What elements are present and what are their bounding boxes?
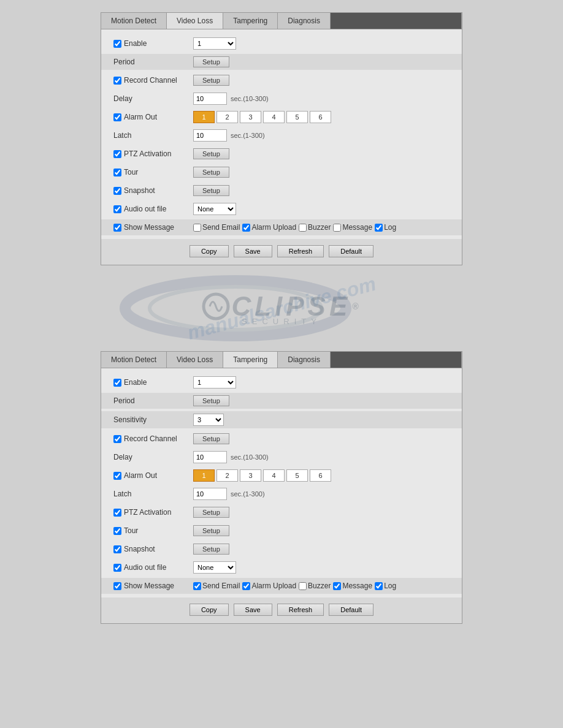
alarm-num-6-1[interactable]: 6 <box>310 111 331 123</box>
latch-input-1[interactable] <box>193 129 227 142</box>
enable-text-2: Enable <box>124 378 147 387</box>
tour-setup-btn-1[interactable]: Setup <box>193 167 229 178</box>
show-message-checkbox-1[interactable] <box>113 224 121 232</box>
ptz-setup-btn-1[interactable]: Setup <box>193 148 229 159</box>
snapshot-checkbox-1[interactable] <box>113 187 121 195</box>
record-channel-setup-btn-1[interactable]: Setup <box>193 75 229 86</box>
alarm-num-1-1[interactable]: 1 <box>193 111 215 123</box>
tab-bar-2: Motion Detect Video Loss Tampering Diagn… <box>101 352 462 368</box>
message-cb-2[interactable] <box>333 582 341 590</box>
alarm-out-control-2: 1 2 3 4 5 6 <box>193 469 450 482</box>
alarm-num-2-1[interactable]: 2 <box>216 111 238 123</box>
record-channel-setup-btn-2[interactable]: Setup <box>193 433 229 444</box>
enable-select-1[interactable]: 1 <box>193 37 236 50</box>
tab-motion-detect-1[interactable]: Motion Detect <box>101 13 167 29</box>
tab-diagnosis-2[interactable]: Diagnosis <box>278 352 331 368</box>
alarm-num-5-1[interactable]: 5 <box>286 111 308 123</box>
audio-checkbox-2[interactable] <box>113 564 121 572</box>
tab-tampering-2[interactable]: Tampering <box>223 352 278 368</box>
alarm-num-3-1[interactable]: 3 <box>240 111 261 123</box>
snapshot-setup-btn-2[interactable]: Setup <box>193 544 229 555</box>
tab-extra-2 <box>331 352 462 368</box>
enable-checkbox-1[interactable] <box>113 40 121 48</box>
period-setup-btn-1[interactable]: Setup <box>193 56 229 67</box>
refresh-btn-1[interactable]: Refresh <box>277 245 324 257</box>
snapshot-setup-btn-1[interactable]: Setup <box>193 185 229 196</box>
alarm-num-2-2[interactable]: 2 <box>216 469 238 482</box>
message-cb-1[interactable] <box>333 224 341 232</box>
period-row-1: Period Setup <box>101 54 462 70</box>
alarm-out-text-2: Alarm Out <box>124 471 157 480</box>
alarm-upload-cb-1[interactable] <box>242 224 250 232</box>
ptz-checkbox-1[interactable] <box>113 150 121 158</box>
record-channel-control-2: Setup <box>193 433 450 444</box>
show-message-label-1: Show Message <box>113 223 193 232</box>
alarm-out-label-2: Alarm Out <box>113 471 193 480</box>
tab-diagnosis-1[interactable]: Diagnosis <box>278 13 331 29</box>
alarm-out-checkbox-1[interactable] <box>113 113 121 121</box>
latch-row-2: Latch sec.(1-300) <box>113 486 450 502</box>
tour-checkbox-2[interactable] <box>113 527 121 535</box>
refresh-btn-2[interactable]: Refresh <box>277 604 324 616</box>
default-btn-2[interactable]: Default <box>329 604 373 616</box>
show-message-label-2: Show Message <box>113 582 193 590</box>
log-cb-1[interactable] <box>375 224 383 232</box>
panel-2: Motion Detect Video Loss Tampering Diagn… <box>101 351 462 624</box>
record-channel-checkbox-1[interactable] <box>113 77 121 85</box>
copy-btn-1[interactable]: Copy <box>190 245 229 257</box>
buzzer-label-2: Buzzer <box>299 582 331 590</box>
alarm-num-6-2[interactable]: 6 <box>310 469 331 482</box>
tab-video-loss-1[interactable]: Video Loss <box>167 13 223 29</box>
alarm-num-4-2[interactable]: 4 <box>263 469 285 482</box>
latch-input-2[interactable] <box>193 488 227 500</box>
alarm-num-4-1[interactable]: 4 <box>263 111 285 123</box>
ptz-label-1: PTZ Activation <box>113 150 193 158</box>
alarm-num-3-2[interactable]: 3 <box>240 469 261 482</box>
alarm-out-checkbox-2[interactable] <box>113 472 121 480</box>
tab-tampering-1[interactable]: Tampering <box>223 13 278 29</box>
tour-row-1: Tour Setup <box>113 164 450 180</box>
audio-checkbox-1[interactable] <box>113 205 121 213</box>
delay-input-2[interactable] <box>193 451 227 463</box>
tab-motion-detect-2[interactable]: Motion Detect <box>101 352 167 368</box>
save-btn-1[interactable]: Save <box>234 245 272 257</box>
alarm-num-1-2[interactable]: 1 <box>193 469 215 482</box>
record-channel-checkbox-2[interactable] <box>113 435 121 443</box>
send-email-cb-1[interactable] <box>193 224 201 232</box>
audio-select-1[interactable]: None <box>193 203 236 215</box>
period-setup-btn-2[interactable]: Setup <box>193 395 229 406</box>
show-message-checkbox-2[interactable] <box>113 582 121 590</box>
save-btn-2[interactable]: Save <box>234 604 272 616</box>
tour-checkbox-1[interactable] <box>113 169 121 176</box>
audio-select-2[interactable]: None <box>193 561 236 574</box>
ptz-setup-btn-2[interactable]: Setup <box>193 507 229 518</box>
enable-select-2[interactable]: 1 <box>193 376 236 389</box>
alarm-upload-cb-2[interactable] <box>242 582 250 590</box>
delay-label-1: Delay <box>113 94 193 103</box>
alarm-out-label-1: Alarm Out <box>113 113 193 121</box>
tab-video-loss-2[interactable]: Video Loss <box>167 352 223 368</box>
copy-btn-2[interactable]: Copy <box>190 604 229 616</box>
form-area-1: Enable 1 Period Setup <box>101 29 462 265</box>
tour-control-2: Setup <box>193 525 450 536</box>
record-channel-text-2: Record Channel <box>124 434 177 443</box>
sensitivity-select-2[interactable]: 3 1 2 4 5 <box>193 414 224 426</box>
enable-checkbox-2[interactable] <box>113 379 121 387</box>
default-btn-1[interactable]: Default <box>329 245 373 257</box>
send-email-cb-2[interactable] <box>193 582 201 590</box>
form-area-2: Enable 1 Period Setup <box>101 368 462 623</box>
alarm-num-5-2[interactable]: 5 <box>286 469 308 482</box>
delay-unit-2: sec.(10-300) <box>231 453 269 461</box>
alarm-out-row-1: Alarm Out 1 2 3 4 5 6 <box>113 109 450 125</box>
snapshot-text-2: Snapshot <box>124 545 155 553</box>
tour-setup-btn-2[interactable]: Setup <box>193 525 229 536</box>
ptz-checkbox-2[interactable] <box>113 509 121 517</box>
snapshot-checkbox-2[interactable] <box>113 545 121 553</box>
delay-text-1: Delay <box>113 94 132 103</box>
delay-row-2: Delay sec.(10-300) <box>113 449 450 465</box>
log-cb-2[interactable] <box>375 582 383 590</box>
delay-input-1[interactable] <box>193 93 227 105</box>
sensitivity-control-2: 3 1 2 4 5 <box>193 414 450 426</box>
buzzer-cb-2[interactable] <box>299 582 307 590</box>
buzzer-cb-1[interactable] <box>299 224 307 232</box>
